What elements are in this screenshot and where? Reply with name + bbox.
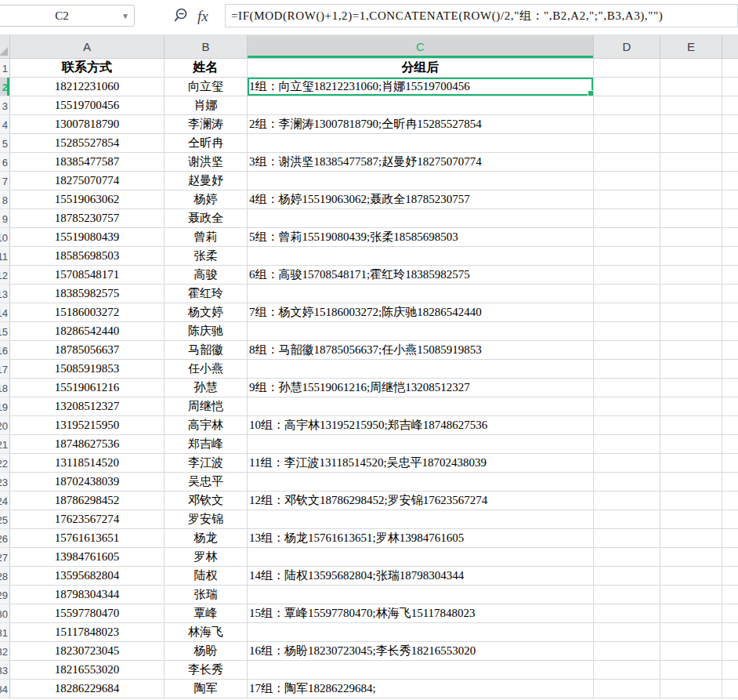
cell-B17[interactable]: 任小燕	[165, 360, 248, 379]
cell-F33[interactable]	[722, 661, 738, 680]
cell-A26[interactable]: 15761613651	[10, 529, 165, 548]
cell-A32[interactable]: 18230723045	[10, 642, 165, 661]
cell-D28[interactable]	[594, 567, 660, 586]
cell-B16[interactable]: 马韶徽	[165, 341, 248, 360]
row-header-29[interactable]: 29	[0, 586, 10, 604]
cell-C28[interactable]: 14组：陆权13595682804;张瑞18798304344	[248, 567, 594, 586]
cell-C2[interactable]: 1组：向立玺18212231060;肖娜15519700456	[248, 78, 594, 96]
cell-F22[interactable]	[722, 454, 738, 473]
cell-D8[interactable]	[594, 190, 660, 209]
cell-E8[interactable]	[660, 190, 722, 209]
row-header-24[interactable]: 24	[0, 491, 10, 510]
cell-A12[interactable]: 15708548171	[10, 266, 165, 285]
row-header-11[interactable]: 11	[0, 247, 10, 266]
cell-A22[interactable]: 13118514520	[10, 454, 165, 473]
cell-D17[interactable]	[594, 360, 660, 379]
cell-E17[interactable]	[660, 360, 722, 379]
cell-F6[interactable]	[722, 153, 738, 172]
cell-D33[interactable]	[594, 661, 660, 680]
cell-B5[interactable]: 仝昕冉	[165, 134, 248, 153]
cell-B10[interactable]: 曾莉	[165, 228, 248, 247]
cell-F34[interactable]	[722, 680, 738, 698]
cell-E16[interactable]	[660, 341, 722, 360]
cell-B19[interactable]: 周继恺	[165, 397, 248, 416]
cell-C13[interactable]	[248, 285, 594, 303]
cell-F12[interactable]	[722, 266, 738, 285]
cell-F8[interactable]	[722, 190, 738, 209]
column-header-partial[interactable]	[722, 35, 738, 58]
cell-D32[interactable]	[594, 642, 660, 661]
cell-D24[interactable]	[594, 491, 660, 510]
cell-B26[interactable]: 杨龙	[165, 529, 248, 548]
cell-E19[interactable]	[660, 397, 722, 416]
column-header-D[interactable]: D	[594, 35, 660, 58]
row-header-28[interactable]: 28	[0, 567, 10, 586]
cell-F28[interactable]	[722, 567, 738, 586]
cell-B21[interactable]: 郑吉峰	[165, 435, 248, 454]
cell-E29[interactable]	[660, 586, 722, 604]
cell-C27[interactable]	[248, 548, 594, 567]
cell-E15[interactable]	[660, 322, 722, 341]
fx-insert-function-icon[interactable]: fx	[197, 9, 208, 24]
cell-A2[interactable]: 18212231060	[10, 78, 165, 96]
cell-E23[interactable]	[660, 473, 722, 491]
cell-A4[interactable]: 13007818790	[10, 115, 165, 134]
cell-A28[interactable]: 13595682804	[10, 567, 165, 586]
cell-C8[interactable]: 4组：杨婷15519063062;聂政全18785230757	[248, 190, 594, 209]
cell-C33[interactable]	[248, 661, 594, 680]
column-header-C[interactable]: C	[248, 35, 594, 58]
row-header-9[interactable]: 9	[0, 209, 10, 228]
cell-E32[interactable]	[660, 642, 722, 661]
cell-F5[interactable]	[722, 134, 738, 153]
cell-D10[interactable]	[594, 228, 660, 247]
cell-D15[interactable]	[594, 322, 660, 341]
cell-A21[interactable]: 18748627536	[10, 435, 165, 454]
cell-F15[interactable]	[722, 322, 738, 341]
cell-A16[interactable]: 18785056637	[10, 341, 165, 360]
cell-B15[interactable]: 陈庆驰	[165, 322, 248, 341]
row-header-30[interactable]: 30	[0, 604, 10, 623]
cell-C23[interactable]	[248, 473, 594, 491]
column-header-A[interactable]: A	[10, 35, 165, 58]
cell-C25[interactable]	[248, 510, 594, 529]
cell-D18[interactable]	[594, 379, 660, 397]
cell-C34[interactable]: 17组：陶军18286229684;	[248, 680, 594, 698]
row-header-17[interactable]: 17	[0, 360, 10, 379]
row-header-13[interactable]: 13	[0, 285, 10, 303]
cell-A20[interactable]: 13195215950	[10, 416, 165, 435]
cell-B22[interactable]: 李江波	[165, 454, 248, 473]
cell-A9[interactable]: 18785230757	[10, 209, 165, 228]
row-header-10[interactable]: 10	[0, 228, 10, 247]
row-header-1[interactable]: 1	[0, 59, 10, 78]
cell-D13[interactable]	[594, 285, 660, 303]
cell-B9[interactable]: 聂政全	[165, 209, 248, 228]
cell-A6[interactable]: 18385477587	[10, 153, 165, 172]
row-header-14[interactable]: 14	[0, 303, 10, 322]
cell-B7[interactable]: 赵曼妤	[165, 172, 248, 190]
cell-E3[interactable]	[660, 96, 722, 115]
cell-C6[interactable]: 3组：谢洪坚18385477587;赵曼妤18275070774	[248, 153, 594, 172]
cell-B30[interactable]: 覃峰	[165, 604, 248, 623]
cell-B28[interactable]: 陆权	[165, 567, 248, 586]
cell-F17[interactable]	[722, 360, 738, 379]
cell-B29[interactable]: 张瑞	[165, 586, 248, 604]
cell-E14[interactable]	[660, 303, 722, 322]
cell-A17[interactable]: 15085919853	[10, 360, 165, 379]
cell-E18[interactable]	[660, 379, 722, 397]
cell-F32[interactable]	[722, 642, 738, 661]
row-header-32[interactable]: 32	[0, 642, 10, 661]
cell-F23[interactable]	[722, 473, 738, 491]
row-header-27[interactable]: 27	[0, 548, 10, 567]
cell-D16[interactable]	[594, 341, 660, 360]
cell-A25[interactable]: 17623567274	[10, 510, 165, 529]
cell-F20[interactable]	[722, 416, 738, 435]
row-header-5[interactable]: 5	[0, 134, 10, 153]
cell-A29[interactable]: 18798304344	[10, 586, 165, 604]
cell-A1[interactable]: 联系方式	[10, 59, 165, 78]
cell-D22[interactable]	[594, 454, 660, 473]
cell-A13[interactable]: 18385982575	[10, 285, 165, 303]
cell-C22[interactable]: 11组：李江波13118514520;吴忠平18702438039	[248, 454, 594, 473]
cell-F4[interactable]	[722, 115, 738, 134]
cell-C1[interactable]: 分组后	[248, 59, 594, 78]
cell-D5[interactable]	[594, 134, 660, 153]
